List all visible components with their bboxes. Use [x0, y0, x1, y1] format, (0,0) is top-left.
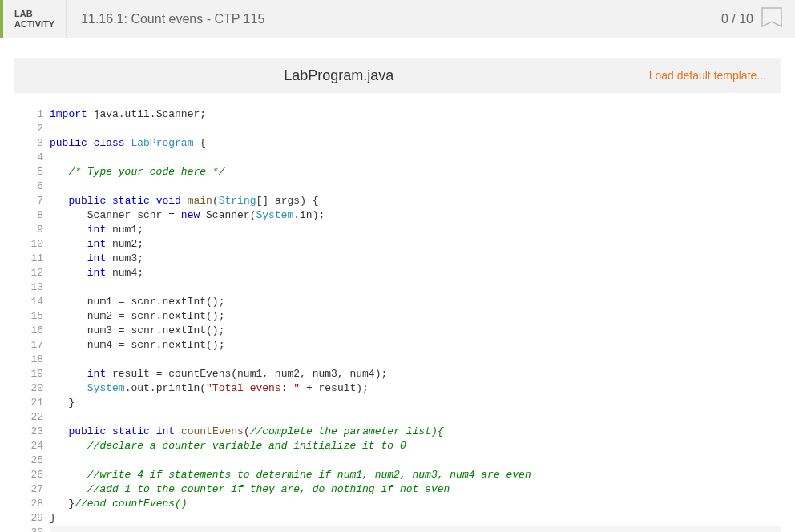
line-number: 18 [19, 353, 43, 367]
line-number: 29 [19, 511, 43, 526]
editor-wrapper: LabProgram.java Load default template...… [0, 38, 795, 532]
code-line[interactable]: num2 = scnr.nextInt(); [50, 309, 781, 324]
line-number: 21 [19, 396, 43, 410]
code-line[interactable] [50, 122, 781, 136]
line-number: 17 [19, 338, 43, 353]
line-number: 26 [19, 468, 43, 482]
code-line[interactable]: } [50, 511, 781, 526]
code-line[interactable]: int result = countEvens(num1, num2, num3… [50, 367, 781, 381]
line-number: 9 [19, 223, 43, 237]
line-number: 30 [19, 526, 43, 532]
code-line[interactable] [50, 179, 781, 194]
code-line[interactable]: //write 4 if statements to determine if … [50, 468, 781, 482]
line-number: 20 [19, 381, 43, 396]
line-number: 7 [19, 194, 43, 208]
line-number: 14 [19, 295, 43, 309]
lab-activity-badge: LAB ACTIVITY [3, 0, 67, 38]
line-number: 2 [19, 122, 43, 136]
code-line[interactable]: System.out.println("Total evens: " + res… [50, 381, 781, 396]
line-number: 19 [19, 367, 43, 381]
text-cursor [50, 526, 50, 532]
line-number: 16 [19, 324, 43, 338]
activity-title: 11.16.1: Count evens - CTP 115 [67, 12, 721, 26]
code-line[interactable]: import java.util.Scanner; [50, 107, 781, 122]
line-number: 15 [19, 309, 43, 324]
code-line[interactable]: //add 1 to the counter if they are, do n… [50, 482, 781, 497]
line-number: 4 [19, 151, 43, 165]
code-line[interactable]: }//end countEvens() [50, 497, 781, 511]
code-line[interactable] [50, 280, 781, 295]
line-number: 22 [19, 410, 43, 425]
code-area[interactable]: import java.util.Scanner;public class La… [50, 107, 781, 532]
code-line[interactable] [50, 151, 781, 165]
line-number: 13 [19, 280, 43, 295]
line-gutter: 1234567891011121314151617181920212223242… [14, 107, 50, 532]
line-number: 24 [19, 439, 43, 453]
code-line[interactable]: //declare a counter variable and initial… [50, 439, 781, 453]
file-header: LabProgram.java Load default template... [14, 58, 781, 93]
lab-label-1: LAB [14, 9, 54, 19]
line-number: 10 [19, 237, 43, 252]
line-number: 11 [19, 252, 43, 266]
code-line[interactable]: public static void main(String[] args) { [50, 194, 781, 208]
code-line[interactable]: num3 = scnr.nextInt(); [50, 324, 781, 338]
code-line[interactable]: int num1; [50, 223, 781, 237]
line-number: 12 [19, 266, 43, 280]
activity-header: LAB ACTIVITY 11.16.1: Count evens - CTP … [0, 0, 795, 38]
code-line[interactable]: Scanner scnr = new Scanner(System.in); [50, 208, 781, 223]
file-name: LabProgram.java [29, 67, 649, 84]
line-number: 23 [19, 425, 43, 439]
line-number: 25 [19, 453, 43, 468]
code-line[interactable]: int num3; [50, 252, 781, 266]
code-line[interactable] [50, 526, 781, 532]
bookmark-icon[interactable] [761, 7, 782, 31]
code-line[interactable]: int num4; [50, 266, 781, 280]
code-line[interactable]: int num2; [50, 237, 781, 252]
line-number: 27 [19, 482, 43, 497]
code-line[interactable]: /* Type your code here */ [50, 165, 781, 179]
code-line[interactable]: public static int countEvens(//complete … [50, 425, 781, 439]
line-number: 28 [19, 497, 43, 511]
line-number: 3 [19, 136, 43, 151]
lab-label-2: ACTIVITY [14, 19, 54, 30]
code-editor[interactable]: 1234567891011121314151617181920212223242… [14, 93, 781, 532]
load-default-template-link[interactable]: Load default template... [649, 69, 766, 82]
code-line[interactable]: num4 = scnr.nextInt(); [50, 338, 781, 353]
code-line[interactable] [50, 353, 781, 367]
score-display: 0 / 10 [721, 12, 761, 26]
code-line[interactable]: public class LabProgram { [50, 136, 781, 151]
code-line[interactable] [50, 453, 781, 468]
line-number: 5 [19, 165, 43, 179]
line-number: 8 [19, 208, 43, 223]
code-line[interactable]: } [50, 396, 781, 410]
line-number: 1 [19, 107, 43, 122]
code-line[interactable]: num1 = scnr.nextInt(); [50, 295, 781, 309]
line-number: 6 [19, 179, 43, 194]
code-line[interactable] [50, 410, 781, 425]
